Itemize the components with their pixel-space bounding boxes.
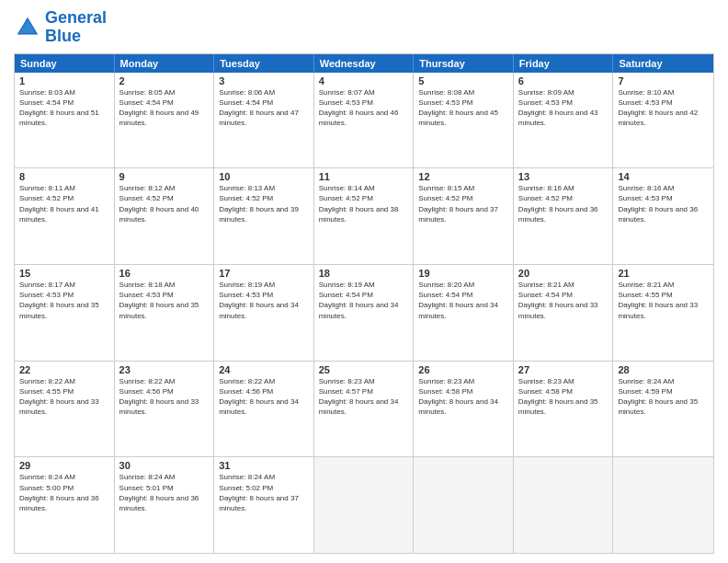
calendar-cell-30: 30Sunrise: 8:24 AMSunset: 5:01 PMDayligh… bbox=[115, 457, 215, 553]
cell-info: Sunrise: 8:22 AMSunset: 4:56 PMDaylight:… bbox=[119, 376, 210, 418]
calendar-cell-5: 5Sunrise: 8:08 AMSunset: 4:53 PMDaylight… bbox=[414, 73, 514, 168]
calendar-cell-13: 13Sunrise: 8:16 AMSunset: 4:52 PMDayligh… bbox=[514, 168, 614, 264]
calendar-cell-12: 12Sunrise: 8:15 AMSunset: 4:52 PMDayligh… bbox=[414, 168, 514, 264]
calendar-cell-26: 26Sunrise: 8:23 AMSunset: 4:58 PMDayligh… bbox=[414, 362, 514, 457]
day-number: 7 bbox=[618, 75, 709, 86]
calendar-cell-21: 21Sunrise: 8:21 AMSunset: 4:55 PMDayligh… bbox=[613, 265, 713, 361]
cell-info: Sunrise: 8:21 AMSunset: 4:55 PMDaylight:… bbox=[618, 280, 709, 321]
cell-info: Sunrise: 8:17 AMSunset: 4:53 PMDaylight:… bbox=[19, 280, 109, 321]
calendar-cell-29: 29Sunrise: 8:24 AMSunset: 5:00 PMDayligh… bbox=[15, 457, 115, 553]
day-number: 4 bbox=[319, 75, 409, 86]
cell-info: Sunrise: 8:19 AMSunset: 4:53 PMDaylight:… bbox=[219, 280, 309, 321]
day-number: 21 bbox=[618, 268, 709, 279]
day-number: 15 bbox=[19, 268, 109, 279]
day-number: 29 bbox=[19, 460, 109, 471]
day-number: 31 bbox=[219, 460, 309, 471]
day-number: 2 bbox=[119, 75, 210, 86]
cell-info: Sunrise: 8:24 AMSunset: 5:00 PMDaylight:… bbox=[19, 472, 109, 513]
cell-info: Sunrise: 8:16 AMSunset: 4:53 PMDaylight:… bbox=[618, 183, 709, 224]
logo-icon bbox=[14, 14, 41, 41]
cell-info: Sunrise: 8:24 AMSunset: 5:02 PMDaylight:… bbox=[219, 472, 309, 513]
cell-info: Sunrise: 8:05 AMSunset: 4:54 PMDaylight:… bbox=[119, 87, 210, 129]
calendar-cell-14: 14Sunrise: 8:16 AMSunset: 4:53 PMDayligh… bbox=[613, 168, 713, 264]
cell-info: Sunrise: 8:13 AMSunset: 4:52 PMDaylight:… bbox=[219, 183, 309, 224]
cell-info: Sunrise: 8:07 AMSunset: 4:53 PMDaylight:… bbox=[319, 87, 409, 129]
day-number: 19 bbox=[418, 268, 508, 279]
calendar-cell-20: 20Sunrise: 8:21 AMSunset: 4:54 PMDayligh… bbox=[514, 265, 614, 361]
logo: General Blue bbox=[14, 9, 107, 46]
cell-info: Sunrise: 8:22 AMSunset: 4:55 PMDaylight:… bbox=[19, 376, 109, 418]
cell-info: Sunrise: 8:12 AMSunset: 4:52 PMDaylight:… bbox=[119, 183, 210, 224]
day-number: 17 bbox=[219, 268, 309, 279]
cell-info: Sunrise: 8:08 AMSunset: 4:53 PMDaylight:… bbox=[418, 87, 508, 129]
calendar-body: 1Sunrise: 8:03 AMSunset: 4:54 PMDaylight… bbox=[15, 73, 713, 553]
cell-info: Sunrise: 8:24 AMSunset: 5:01 PMDaylight:… bbox=[119, 472, 210, 513]
calendar-cell-3: 3Sunrise: 8:06 AMSunset: 4:54 PMDaylight… bbox=[214, 73, 314, 168]
day-number: 22 bbox=[19, 364, 109, 375]
calendar-week-5: 29Sunrise: 8:24 AMSunset: 5:00 PMDayligh… bbox=[15, 457, 713, 553]
day-number: 20 bbox=[518, 268, 609, 279]
calendar-week-2: 8Sunrise: 8:11 AMSunset: 4:52 PMDaylight… bbox=[15, 168, 713, 265]
calendar-cell-23: 23Sunrise: 8:22 AMSunset: 4:56 PMDayligh… bbox=[115, 362, 215, 457]
day-number: 5 bbox=[418, 75, 508, 86]
calendar-cell-4: 4Sunrise: 8:07 AMSunset: 4:53 PMDaylight… bbox=[314, 73, 415, 168]
day-number: 6 bbox=[518, 75, 609, 86]
calendar-cell-6: 6Sunrise: 8:09 AMSunset: 4:53 PMDaylight… bbox=[514, 73, 614, 168]
calendar-week-3: 15Sunrise: 8:17 AMSunset: 4:53 PMDayligh… bbox=[15, 265, 713, 362]
cell-info: Sunrise: 8:24 AMSunset: 4:59 PMDaylight:… bbox=[618, 376, 709, 418]
cell-info: Sunrise: 8:19 AMSunset: 4:54 PMDaylight:… bbox=[319, 280, 409, 321]
day-number: 28 bbox=[618, 364, 709, 375]
cell-info: Sunrise: 8:20 AMSunset: 4:54 PMDaylight:… bbox=[418, 280, 508, 321]
cell-info: Sunrise: 8:03 AMSunset: 4:54 PMDaylight:… bbox=[19, 87, 109, 129]
day-number: 18 bbox=[319, 268, 409, 279]
calendar-cell-9: 9Sunrise: 8:12 AMSunset: 4:52 PMDaylight… bbox=[115, 168, 215, 264]
page: General Blue SundayMondayTuesdayWednesda… bbox=[0, 0, 728, 563]
cell-info: Sunrise: 8:11 AMSunset: 4:52 PMDaylight:… bbox=[19, 183, 109, 224]
calendar-week-4: 22Sunrise: 8:22 AMSunset: 4:55 PMDayligh… bbox=[15, 362, 713, 458]
day-number: 25 bbox=[319, 364, 409, 375]
cell-info: Sunrise: 8:18 AMSunset: 4:53 PMDaylight:… bbox=[119, 280, 210, 321]
calendar-header-sunday: Sunday bbox=[15, 54, 115, 73]
calendar-week-1: 1Sunrise: 8:03 AMSunset: 4:54 PMDaylight… bbox=[15, 73, 713, 169]
day-number: 11 bbox=[319, 171, 409, 182]
calendar-cell-19: 19Sunrise: 8:20 AMSunset: 4:54 PMDayligh… bbox=[414, 265, 514, 361]
day-number: 24 bbox=[219, 364, 309, 375]
cell-info: Sunrise: 8:09 AMSunset: 4:53 PMDaylight:… bbox=[518, 87, 609, 129]
calendar-header-tuesday: Tuesday bbox=[214, 54, 314, 73]
day-number: 14 bbox=[618, 171, 709, 182]
calendar-cell-empty bbox=[514, 457, 614, 553]
calendar: SundayMondayTuesdayWednesdayThursdayFrid… bbox=[14, 53, 714, 554]
calendar-header-thursday: Thursday bbox=[414, 54, 514, 73]
day-number: 27 bbox=[518, 364, 609, 375]
svg-marker-1 bbox=[19, 19, 36, 33]
cell-info: Sunrise: 8:23 AMSunset: 4:58 PMDaylight:… bbox=[418, 376, 508, 418]
cell-info: Sunrise: 8:21 AMSunset: 4:54 PMDaylight:… bbox=[518, 280, 609, 321]
calendar-cell-27: 27Sunrise: 8:23 AMSunset: 4:58 PMDayligh… bbox=[514, 362, 614, 457]
cell-info: Sunrise: 8:14 AMSunset: 4:52 PMDaylight:… bbox=[319, 183, 409, 224]
day-number: 3 bbox=[219, 75, 309, 86]
cell-info: Sunrise: 8:06 AMSunset: 4:54 PMDaylight:… bbox=[219, 87, 309, 129]
calendar-cell-22: 22Sunrise: 8:22 AMSunset: 4:55 PMDayligh… bbox=[15, 362, 115, 457]
calendar-header-monday: Monday bbox=[115, 54, 215, 73]
calendar-cell-11: 11Sunrise: 8:14 AMSunset: 4:52 PMDayligh… bbox=[314, 168, 415, 264]
calendar-cell-empty bbox=[613, 457, 713, 553]
day-number: 13 bbox=[518, 171, 609, 182]
day-number: 16 bbox=[119, 268, 210, 279]
calendar-header-saturday: Saturday bbox=[613, 54, 713, 73]
calendar-cell-8: 8Sunrise: 8:11 AMSunset: 4:52 PMDaylight… bbox=[15, 168, 115, 264]
calendar-cell-empty bbox=[314, 457, 415, 553]
cell-info: Sunrise: 8:23 AMSunset: 4:58 PMDaylight:… bbox=[518, 376, 609, 418]
cell-info: Sunrise: 8:16 AMSunset: 4:52 PMDaylight:… bbox=[518, 183, 609, 224]
day-number: 12 bbox=[418, 171, 508, 182]
day-number: 30 bbox=[119, 460, 210, 471]
calendar-header: SundayMondayTuesdayWednesdayThursdayFrid… bbox=[15, 54, 713, 73]
calendar-cell-25: 25Sunrise: 8:23 AMSunset: 4:57 PMDayligh… bbox=[314, 362, 415, 457]
day-number: 8 bbox=[19, 171, 109, 182]
calendar-header-wednesday: Wednesday bbox=[314, 54, 415, 73]
calendar-cell-15: 15Sunrise: 8:17 AMSunset: 4:53 PMDayligh… bbox=[15, 265, 115, 361]
calendar-cell-7: 7Sunrise: 8:10 AMSunset: 4:53 PMDaylight… bbox=[613, 73, 713, 168]
calendar-cell-2: 2Sunrise: 8:05 AMSunset: 4:54 PMDaylight… bbox=[115, 73, 215, 168]
day-number: 23 bbox=[119, 364, 210, 375]
calendar-cell-24: 24Sunrise: 8:22 AMSunset: 4:56 PMDayligh… bbox=[214, 362, 314, 457]
cell-info: Sunrise: 8:15 AMSunset: 4:52 PMDaylight:… bbox=[418, 183, 508, 224]
